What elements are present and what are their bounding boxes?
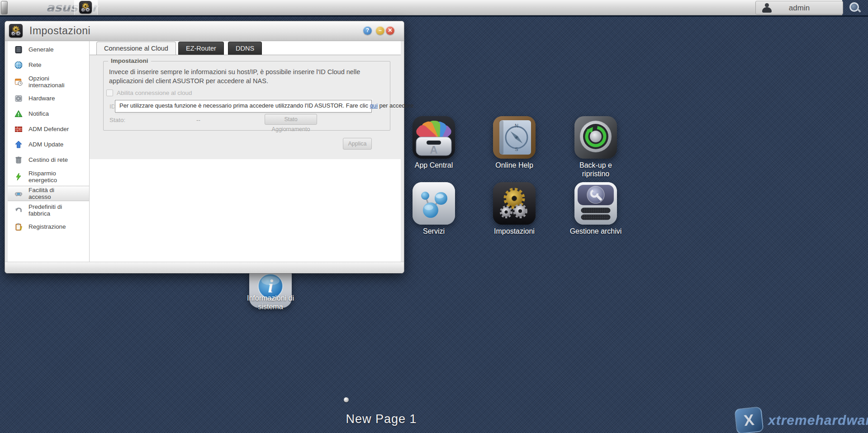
- svg-text:N: N: [515, 123, 518, 128]
- desktop-icon-backup-ripristino[interactable]: [574, 116, 617, 159]
- close-button[interactable]: ✕: [386, 26, 394, 35]
- search-button[interactable]: [842, 0, 868, 15]
- sidebar-item-label: Predefiniti di fabbrica: [28, 203, 76, 217]
- svg-text:S: S: [515, 146, 518, 152]
- sidebar-item-label: Registrazione: [28, 223, 76, 230]
- desktop-icon-gestione-archivi[interactable]: [574, 182, 617, 225]
- window-titlebar[interactable]: Impostazioni ? – ✕: [5, 21, 404, 41]
- sidebar-item-label: Hardware: [28, 95, 76, 102]
- sidebar-item-label: Risparmio energetico: [28, 170, 76, 184]
- minimize-button[interactable]: –: [376, 26, 384, 35]
- desktop-icon-label: Servizi: [398, 227, 470, 235]
- impostazioni-fieldset: Impostazioni Invece di inserire sempre l…: [103, 61, 390, 131]
- sidebar-item-opzioni-internazionali[interactable]: Opzioni internazionali: [8, 73, 89, 91]
- desktop-icon-impostazioni[interactable]: [493, 182, 536, 225]
- apply-button[interactable]: Applica: [343, 138, 372, 150]
- sidebar-item-generale[interactable]: Generale: [8, 42, 89, 57]
- tab-connessione-al-cloud[interactable]: Connessione al Cloud: [96, 42, 176, 55]
- watermark: X xtremehardware.it: [735, 408, 868, 433]
- tooltip-text: Per utilizzare questa funzione è necessa…: [119, 102, 370, 109]
- desktop-icon-label: Back-up e ripristino: [570, 161, 621, 178]
- username-label: admin: [756, 4, 843, 13]
- window-title: Impostazioni: [29, 25, 90, 37]
- cloud-settings-panel: Impostazioni Invece di inserire sempre l…: [90, 55, 401, 159]
- tab-ddns[interactable]: DDNS: [228, 42, 262, 55]
- sidebar-item-label: Cestino di rete: [28, 156, 76, 163]
- desktop-icon-online-help[interactable]: N S: [493, 116, 536, 159]
- settings-main-area: Connessione al Cloud EZ-Router DDNS Impo…: [90, 41, 401, 262]
- page-indicator-dot[interactable]: [344, 397, 349, 402]
- settings-window: Impostazioni ? – ✕ Generale Rete Opzioni…: [5, 21, 404, 273]
- search-icon-handle: [857, 8, 861, 13]
- xtremehardware-logo-icon: X: [734, 406, 764, 433]
- app-central-icon: A: [413, 116, 455, 159]
- window-footer: [5, 262, 404, 273]
- services-molecule-icon: [413, 182, 455, 225]
- sidebar-item-adm-update[interactable]: ADM Update: [8, 137, 89, 152]
- desktop-icon-label: Gestione archivi: [560, 227, 632, 235]
- desktop-icon-label: App Central: [398, 161, 470, 169]
- clipboard-icon: [14, 222, 23, 231]
- sidebar-item-predefiniti-di-fabbrica[interactable]: Predefiniti di fabbrica: [8, 201, 89, 219]
- harddisk-icon: [14, 94, 23, 103]
- panel-collapse-handle[interactable]: [1, 1, 8, 14]
- calendar-clock-icon: [14, 77, 23, 86]
- desktop-icon-servizi[interactable]: [413, 182, 455, 225]
- sidebar-item-label: Notifica: [28, 110, 76, 117]
- arrow-up-icon: [14, 140, 23, 149]
- sidebar-item-label: Rete: [28, 61, 76, 68]
- cloud-access-icon: [14, 189, 23, 198]
- lightning-icon: [14, 172, 23, 181]
- globe-icon: [14, 61, 23, 70]
- desktop-icon-label: Informazioni di sistema: [241, 294, 300, 311]
- taskbar-impostazioni-icon[interactable]: [79, 1, 92, 14]
- status-label: Stato:: [109, 117, 125, 123]
- adm-desktop: asustor admin i Informazion: [0, 0, 868, 433]
- trash-icon: [14, 155, 23, 165]
- page-name-label: New Page 1: [309, 412, 454, 426]
- gears-icon: [79, 1, 92, 14]
- sidebar-item-label: Facilità di accesso: [28, 187, 76, 200]
- firewall-icon: [14, 125, 23, 134]
- help-book-compass-icon: N S: [493, 116, 536, 159]
- sidebar-item-label: Opzioni internazionali: [28, 75, 76, 89]
- settings-sidebar: Generale Rete Opzioni internazionali Har…: [8, 42, 89, 255]
- cloud-description: Invece di inserire sempre le informazion…: [109, 68, 380, 85]
- login-here-link[interactable]: qui: [370, 102, 378, 109]
- server-icon: [14, 45, 23, 54]
- window-gears-icon: [9, 24, 23, 38]
- sidebar-item-notifica[interactable]: Notifica: [8, 106, 89, 122]
- sidebar-item-cestino-di-rete[interactable]: Cestino di rete: [8, 152, 89, 168]
- sidebar-item-label: ADM Defender: [28, 126, 76, 132]
- svg-text:A: A: [430, 144, 437, 156]
- sidebar-item-facilita-di-accesso[interactable]: Facilità di accesso: [8, 186, 89, 201]
- top-bar: asustor admin: [0, 0, 842, 15]
- sidebar-item-rete[interactable]: Rete: [8, 57, 89, 73]
- desktop-icon-app-central[interactable]: A: [413, 116, 455, 159]
- status-value: --: [196, 117, 200, 123]
- status-update-button[interactable]: Stato Aggiornamento: [265, 114, 317, 125]
- warning-triangle-icon: [14, 109, 23, 118]
- settings-gears-icon: [493, 182, 536, 225]
- backup-restore-icon: [574, 116, 617, 159]
- sidebar-item-label: ADM Update: [28, 141, 76, 148]
- sidebar-item-adm-defender[interactable]: ADM Defender: [8, 122, 89, 137]
- sidebar-item-hardware[interactable]: Hardware: [8, 91, 89, 106]
- undo-arrow-icon: [14, 206, 23, 215]
- storage-manager-icon: [574, 182, 617, 225]
- topbar-underline: [0, 15, 868, 17]
- help-button[interactable]: ?: [363, 26, 372, 35]
- desktop-icon-label: Online Help: [478, 161, 550, 169]
- tab-ez-router[interactable]: EZ-Router: [178, 42, 224, 55]
- sidebar-item-label: Generale: [28, 46, 76, 53]
- user-menu-button[interactable]: admin: [755, 1, 843, 14]
- watermark-text: xtremehardware.it: [768, 413, 868, 428]
- desktop-icon-label: Impostazioni: [478, 227, 550, 235]
- enable-cloud-label: Abilita connessione al cloud: [117, 89, 192, 96]
- sidebar-item-risparmio-energetico[interactable]: Risparmio energetico: [8, 168, 89, 186]
- sidebar-item-registrazione[interactable]: Registrazione: [8, 219, 89, 235]
- tooltip-text: per accedere.: [378, 102, 415, 109]
- login-required-tooltip: Per utilizzare questa funzione è necessa…: [115, 100, 372, 113]
- fieldset-legend: Impostazioni: [108, 57, 151, 64]
- enable-cloud-checkbox[interactable]: [106, 89, 113, 96]
